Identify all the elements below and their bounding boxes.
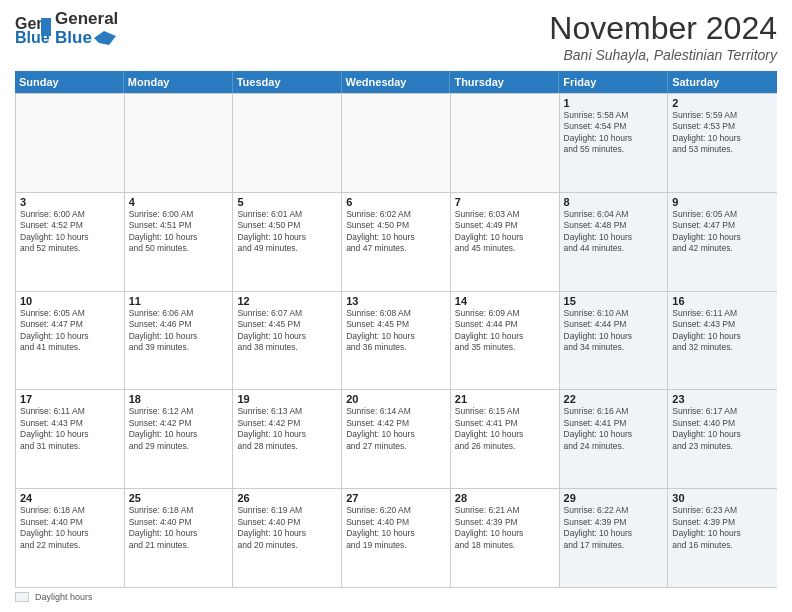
day-number-2: 2: [672, 97, 773, 109]
header-friday: Friday: [559, 71, 668, 93]
logo-blue: Blue: [55, 29, 92, 48]
day-cell-7: 7Sunrise: 6:03 AM Sunset: 4:49 PM Daylig…: [451, 193, 560, 291]
day-info-12: Sunrise: 6:07 AM Sunset: 4:45 PM Dayligh…: [237, 308, 337, 354]
legend-label: Daylight hours: [35, 592, 93, 602]
day-number-19: 19: [237, 393, 337, 405]
header-thursday: Thursday: [450, 71, 559, 93]
day-info-11: Sunrise: 6:06 AM Sunset: 4:46 PM Dayligh…: [129, 308, 229, 354]
empty-cell-w0-c3: [342, 94, 451, 192]
header-saturday: Saturday: [668, 71, 777, 93]
day-number-13: 13: [346, 295, 446, 307]
calendar: Sunday Monday Tuesday Wednesday Thursday…: [15, 71, 777, 588]
day-number-22: 22: [564, 393, 664, 405]
day-info-25: Sunrise: 6:18 AM Sunset: 4:40 PM Dayligh…: [129, 505, 229, 551]
day-info-17: Sunrise: 6:11 AM Sunset: 4:43 PM Dayligh…: [20, 406, 120, 452]
logo-general: General: [55, 10, 118, 29]
day-cell-21: 21Sunrise: 6:15 AM Sunset: 4:41 PM Dayli…: [451, 390, 560, 488]
day-info-13: Sunrise: 6:08 AM Sunset: 4:45 PM Dayligh…: [346, 308, 446, 354]
day-cell-24: 24Sunrise: 6:18 AM Sunset: 4:40 PM Dayli…: [16, 489, 125, 587]
page: General Blue General Blue November 2024 …: [0, 0, 792, 612]
day-info-7: Sunrise: 6:03 AM Sunset: 4:49 PM Dayligh…: [455, 209, 555, 255]
header-wednesday: Wednesday: [342, 71, 451, 93]
day-number-26: 26: [237, 492, 337, 504]
day-info-24: Sunrise: 6:18 AM Sunset: 4:40 PM Dayligh…: [20, 505, 120, 551]
day-info-4: Sunrise: 6:00 AM Sunset: 4:51 PM Dayligh…: [129, 209, 229, 255]
day-cell-9: 9Sunrise: 6:05 AM Sunset: 4:47 PM Daylig…: [668, 193, 777, 291]
logo-icon: General Blue: [15, 11, 51, 47]
day-cell-30: 30Sunrise: 6:23 AM Sunset: 4:39 PM Dayli…: [668, 489, 777, 587]
day-cell-22: 22Sunrise: 6:16 AM Sunset: 4:41 PM Dayli…: [560, 390, 669, 488]
day-number-4: 4: [129, 196, 229, 208]
day-info-19: Sunrise: 6:13 AM Sunset: 4:42 PM Dayligh…: [237, 406, 337, 452]
day-info-9: Sunrise: 6:05 AM Sunset: 4:47 PM Dayligh…: [672, 209, 773, 255]
day-cell-14: 14Sunrise: 6:09 AM Sunset: 4:44 PM Dayli…: [451, 292, 560, 390]
day-info-29: Sunrise: 6:22 AM Sunset: 4:39 PM Dayligh…: [564, 505, 664, 551]
day-info-22: Sunrise: 6:16 AM Sunset: 4:41 PM Dayligh…: [564, 406, 664, 452]
logo-bird-icon: [94, 31, 116, 45]
day-cell-29: 29Sunrise: 6:22 AM Sunset: 4:39 PM Dayli…: [560, 489, 669, 587]
day-number-20: 20: [346, 393, 446, 405]
day-number-29: 29: [564, 492, 664, 504]
day-info-16: Sunrise: 6:11 AM Sunset: 4:43 PM Dayligh…: [672, 308, 773, 354]
svg-marker-2: [41, 18, 51, 36]
day-cell-3: 3Sunrise: 6:00 AM Sunset: 4:52 PM Daylig…: [16, 193, 125, 291]
day-cell-1: 1Sunrise: 5:58 AM Sunset: 4:54 PM Daylig…: [560, 94, 669, 192]
day-info-3: Sunrise: 6:00 AM Sunset: 4:52 PM Dayligh…: [20, 209, 120, 255]
day-number-5: 5: [237, 196, 337, 208]
week-row-3: 10Sunrise: 6:05 AM Sunset: 4:47 PM Dayli…: [16, 291, 777, 390]
day-number-25: 25: [129, 492, 229, 504]
day-number-30: 30: [672, 492, 773, 504]
empty-cell-w0-c4: [451, 94, 560, 192]
day-cell-12: 12Sunrise: 6:07 AM Sunset: 4:45 PM Dayli…: [233, 292, 342, 390]
title-section: November 2024 Bani Suhayla, Palestinian …: [549, 10, 777, 63]
day-info-1: Sunrise: 5:58 AM Sunset: 4:54 PM Dayligh…: [564, 110, 664, 156]
empty-cell-w0-c0: [16, 94, 125, 192]
empty-cell-w0-c2: [233, 94, 342, 192]
day-number-24: 24: [20, 492, 120, 504]
day-cell-15: 15Sunrise: 6:10 AM Sunset: 4:44 PM Dayli…: [560, 292, 669, 390]
day-number-16: 16: [672, 295, 773, 307]
location: Bani Suhayla, Palestinian Territory: [549, 47, 777, 63]
day-cell-8: 8Sunrise: 6:04 AM Sunset: 4:48 PM Daylig…: [560, 193, 669, 291]
day-number-27: 27: [346, 492, 446, 504]
day-cell-19: 19Sunrise: 6:13 AM Sunset: 4:42 PM Dayli…: [233, 390, 342, 488]
day-info-10: Sunrise: 6:05 AM Sunset: 4:47 PM Dayligh…: [20, 308, 120, 354]
day-info-23: Sunrise: 6:17 AM Sunset: 4:40 PM Dayligh…: [672, 406, 773, 452]
day-number-11: 11: [129, 295, 229, 307]
day-number-1: 1: [564, 97, 664, 109]
day-info-8: Sunrise: 6:04 AM Sunset: 4:48 PM Dayligh…: [564, 209, 664, 255]
header-monday: Monday: [124, 71, 233, 93]
logo: General Blue General Blue: [15, 10, 118, 47]
day-info-5: Sunrise: 6:01 AM Sunset: 4:50 PM Dayligh…: [237, 209, 337, 255]
day-cell-23: 23Sunrise: 6:17 AM Sunset: 4:40 PM Dayli…: [668, 390, 777, 488]
week-row-4: 17Sunrise: 6:11 AM Sunset: 4:43 PM Dayli…: [16, 389, 777, 488]
day-cell-25: 25Sunrise: 6:18 AM Sunset: 4:40 PM Dayli…: [125, 489, 234, 587]
day-info-2: Sunrise: 5:59 AM Sunset: 4:53 PM Dayligh…: [672, 110, 773, 156]
calendar-header: Sunday Monday Tuesday Wednesday Thursday…: [15, 71, 777, 93]
day-number-12: 12: [237, 295, 337, 307]
day-info-26: Sunrise: 6:19 AM Sunset: 4:40 PM Dayligh…: [237, 505, 337, 551]
day-number-6: 6: [346, 196, 446, 208]
footer: Daylight hours: [15, 592, 777, 602]
day-cell-17: 17Sunrise: 6:11 AM Sunset: 4:43 PM Dayli…: [16, 390, 125, 488]
day-number-3: 3: [20, 196, 120, 208]
day-number-21: 21: [455, 393, 555, 405]
day-info-15: Sunrise: 6:10 AM Sunset: 4:44 PM Dayligh…: [564, 308, 664, 354]
svg-marker-3: [94, 31, 116, 45]
day-cell-16: 16Sunrise: 6:11 AM Sunset: 4:43 PM Dayli…: [668, 292, 777, 390]
week-row-2: 3Sunrise: 6:00 AM Sunset: 4:52 PM Daylig…: [16, 192, 777, 291]
day-number-28: 28: [455, 492, 555, 504]
day-cell-11: 11Sunrise: 6:06 AM Sunset: 4:46 PM Dayli…: [125, 292, 234, 390]
day-cell-20: 20Sunrise: 6:14 AM Sunset: 4:42 PM Dayli…: [342, 390, 451, 488]
day-cell-13: 13Sunrise: 6:08 AM Sunset: 4:45 PM Dayli…: [342, 292, 451, 390]
day-cell-18: 18Sunrise: 6:12 AM Sunset: 4:42 PM Dayli…: [125, 390, 234, 488]
day-number-10: 10: [20, 295, 120, 307]
day-cell-26: 26Sunrise: 6:19 AM Sunset: 4:40 PM Dayli…: [233, 489, 342, 587]
legend-box: [15, 592, 29, 602]
day-number-14: 14: [455, 295, 555, 307]
day-number-23: 23: [672, 393, 773, 405]
day-number-9: 9: [672, 196, 773, 208]
day-info-27: Sunrise: 6:20 AM Sunset: 4:40 PM Dayligh…: [346, 505, 446, 551]
day-number-7: 7: [455, 196, 555, 208]
header-sunday: Sunday: [15, 71, 124, 93]
